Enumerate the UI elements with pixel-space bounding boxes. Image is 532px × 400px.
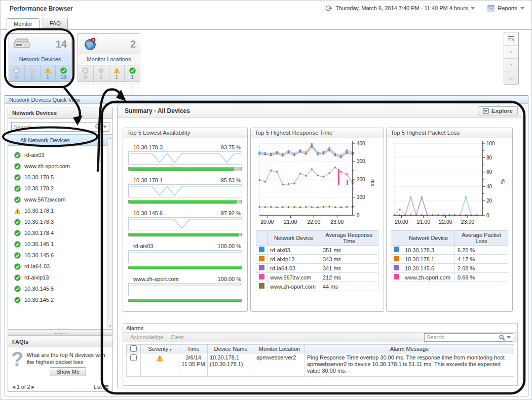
alarm-row[interactable]: 3/6/14 11:35 PM10.30.178.1 (10.30.178.1)… [127,353,514,377]
status-ok-cell[interactable]: 13 [55,65,71,82]
status-ok-cell[interactable]: 1 [124,65,140,82]
legend-value: 351 ms [320,246,378,255]
scrollbar-down-icon[interactable]: ▼ [108,325,112,328]
reports-dropdown-icon[interactable] [520,7,524,10]
sidebar-item-rd-ia64-03[interactable]: rd-ia64-03 [8,261,107,272]
alarm-search-input[interactable] [427,334,497,340]
legend-row[interactable]: 10.30.178.14.17 % [391,255,508,264]
legend-row[interactable]: www.zh-sport.com0.69 % [391,273,508,282]
status-diamond-cell[interactable]: 0 [24,65,40,82]
tile-label: Monitor Locations [78,54,140,65]
tab-monitor[interactable]: Monitor [7,18,40,31]
sidebar-item-www.zh-sport.com[interactable]: www.zh-sport.com [8,161,107,172]
legend-table: Network DeviceAverage Packet Loss10.30.1… [391,230,508,282]
availability-item: 10.30.178.393.75 % [128,144,242,171]
alarm-column-alarm-message[interactable]: Alarm Message [305,345,514,353]
legend-device: rd-ia64-03 [268,264,320,273]
legend-row[interactable]: rd-aixlp13343 ms [256,255,378,264]
device-search-box[interactable] [11,122,109,132]
legend-row[interactable]: rd-aix03351 ms [256,246,378,255]
status-ok-icon [14,174,21,181]
sidebar-item-10.30.145.6[interactable]: 10.30.145.6 [8,250,107,261]
svg-text:22:00: 22:00 [307,219,320,225]
alarm-column-severity[interactable]: Severity ▾ [141,345,179,353]
question-mark-icon: ? [11,350,23,376]
explore-icon [483,108,489,114]
alarm-column-device-name[interactable]: Device Name [208,345,254,353]
legend-row[interactable]: rd-ia64-03341 ms [256,264,378,273]
svg-text:21:00: 21:00 [417,219,430,225]
sidebar-item-10.30.178.5[interactable]: 10.30.178.5 [8,172,107,183]
faq-prev-icon[interactable]: ◀ [12,385,15,389]
reports-button[interactable]: Reports [498,5,517,11]
svg-text:ms: ms [370,179,375,186]
show-me-button[interactable]: Show Me [50,367,86,376]
tile-network-devices[interactable]: 14Network Devices00113 [9,33,71,82]
acknowledge-button[interactable]: Acknowledge [130,334,163,340]
device-search-input[interactable] [14,124,93,130]
availability-bar [128,266,242,269]
sidebar-item-rd-aixlp13[interactable]: rd-aixlp13 [8,272,107,283]
legend-row[interactable]: www.zh-sport.com44 ms [256,282,378,291]
legend-value: 343 ms [320,255,378,264]
sidebar-item-10.30.145.2[interactable]: 10.30.145.2 [8,294,107,305]
status-cross-cell[interactable]: 0 [9,65,24,82]
status-warning-icon [14,208,21,214]
sidebar-item-10.30.178.3[interactable]: 10.30.178.3 [8,216,107,227]
network-device-icon [13,37,31,51]
alarm-search-box[interactable] [424,333,513,342]
search-icon[interactable] [95,124,101,130]
status-count: 13 [61,74,66,80]
sidebar-item-all-network-devices[interactable]: All Network Devices [8,134,112,146]
availability-sparkline [128,151,242,165]
alarm-row-checkbox[interactable] [130,354,137,361]
legend-row[interactable]: 10.30.178.36.25 % [391,246,508,255]
faq-question: What are the top N devices with the high… [26,350,109,366]
faq-list-button[interactable]: List [94,384,108,390]
scroll-up-icon[interactable]: ▲ [504,46,518,59]
time-range-dropdown-icon[interactable] [471,7,475,10]
scroll-down-icon[interactable]: ▼ [504,59,518,72]
sidebar-item-rd-aix03[interactable]: rd-aix03 [8,149,107,161]
search-options-dropdown-icon[interactable] [507,336,511,339]
scrollbar-up-icon[interactable]: ▲ [108,136,112,140]
time-range-selector[interactable]: Thursday, March 6, 2014 7:40 PM - 11:40 … [335,5,468,11]
explore-label: Explore [491,108,513,114]
sidebar-item-10.30.178.1[interactable]: 10.30.178.1 [8,205,107,216]
sidebar-item-10.30.145.5[interactable]: 10.30.145.5 [8,283,107,294]
legend-value: 341 ms [320,264,378,273]
sidebar-splitter[interactable] [8,331,113,336]
alarm-column-monitor-location[interactable]: Monitor Location [254,345,305,353]
explore-button[interactable]: Explore [478,106,518,115]
legend-row[interactable]: www.567zw.com212 ms [256,273,378,282]
availability-device: 10.30.178.1 [133,177,163,183]
tab-faq[interactable]: FAQ [43,18,68,29]
sidebar-item-10.30.178.2[interactable]: 10.30.178.2 [8,183,107,194]
clear-button[interactable]: Clear [170,334,183,340]
alarm-column-time[interactable]: Time [179,345,208,353]
sort-order-icon[interactable]: ▲▪ [504,71,518,84]
status-warning-cell[interactable]: 1 [109,65,125,82]
status-ok-icon [14,286,21,292]
status-diamond-cell[interactable]: 0 [93,65,109,82]
sidebar-item-www.567zw.com[interactable]: www.567zw.com [8,194,107,205]
status-ok-icon [14,196,21,203]
status-warning-cell[interactable]: 1 [40,65,56,82]
legend-device: www.zh-sport.com [402,273,455,282]
select-all-checkbox[interactable] [130,345,137,352]
search-icon[interactable] [499,334,505,341]
series-color-swatch [259,283,264,289]
availability-sparkline [128,184,242,197]
status-warning-icon [113,67,120,74]
sidebar-item-10.30.145.1[interactable]: 10.30.145.1 [8,238,107,250]
device-list-scrollbar[interactable]: ▲ ▼ [107,135,112,329]
search-options-dropdown-icon[interactable] [103,126,107,128]
tile-monitor-locations[interactable]: 2Monitor Locations0011 [78,33,140,82]
sidebar-item-10.30.178.4[interactable]: 10.30.178.4 [8,227,107,238]
legend-device: rd-aix03 [268,246,320,255]
status-cross-cell[interactable]: 0 [78,65,93,82]
sort-menu-icon[interactable] [504,32,518,46]
device-name: 10.30.145.5 [24,286,54,292]
legend-row[interactable]: 10.30.145.62.08 % [391,264,508,273]
faq-next-icon[interactable]: ▶ [31,385,34,389]
